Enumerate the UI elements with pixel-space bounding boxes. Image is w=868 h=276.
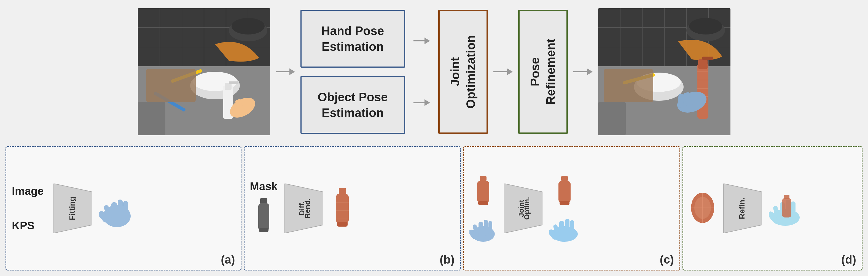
svg-rect-61	[259, 228, 269, 232]
arrows-to-joint	[408, 37, 435, 106]
panel-a-items: Image KPS Fitting	[12, 184, 235, 233]
image-kps-labels: Image KPS	[12, 185, 44, 232]
svg-text:Refin.: Refin.	[738, 198, 746, 219]
svg-rect-40	[702, 57, 713, 60]
svg-text:Optim.: Optim.	[523, 197, 531, 220]
top-section: Hand Pose Estimation Object Pose Estimat…	[0, 0, 868, 143]
svg-text:Rend.: Rend.	[303, 198, 311, 218]
svg-rect-22	[138, 102, 165, 135]
panel-d-label: (d)	[841, 253, 856, 266]
svg-rect-21	[146, 69, 196, 102]
pose-refinement-box: Pose Refinement	[518, 10, 568, 134]
panel-b-items: Mask Diff. Rend.	[250, 180, 455, 237]
refin-trapezoid: Refin.	[723, 184, 762, 233]
svg-rect-56	[123, 201, 128, 220]
panel-c-outputs	[549, 175, 580, 242]
svg-rect-76	[484, 220, 488, 236]
bottom-section: Image KPS Fitting	[0, 143, 868, 276]
svg-rect-106	[782, 198, 792, 218]
fitting-trapezoid: Fitting	[54, 184, 92, 233]
joint-optimization-box: Joint Optimization	[438, 10, 488, 134]
arrow-1	[270, 68, 301, 75]
panel-d-items: Refin.	[689, 184, 856, 233]
svg-rect-88	[565, 219, 569, 236]
arrow-hand-to-joint	[413, 37, 430, 44]
diff-rend-trapezoid: Diff. Rend.	[284, 184, 323, 233]
hand-pose-label: Hand Pose Estimation	[321, 23, 384, 54]
svg-rect-39	[698, 59, 708, 69]
svg-rect-77	[489, 221, 492, 235]
output-photo-right	[598, 8, 731, 135]
svg-rect-67	[337, 222, 348, 227]
panel-c-items: Joint Optim.	[469, 175, 674, 242]
svg-rect-85	[560, 201, 569, 205]
svg-rect-59	[260, 198, 267, 204]
kps-label: KPS	[12, 219, 44, 232]
joint-opt-label: Joint Optimization	[447, 35, 478, 108]
image-label: Image	[12, 185, 44, 197]
panel-a: Image KPS Fitting	[5, 146, 242, 271]
panel-c-inputs	[469, 175, 497, 242]
object-pose-box: Object Pose Estimation	[301, 76, 405, 134]
object-pose-label: Object Pose Estimation	[317, 89, 388, 120]
panel-c-label: (c)	[660, 253, 674, 266]
svg-point-20	[231, 18, 265, 34]
arrow-to-output	[568, 68, 598, 75]
mask-group: Mask	[250, 180, 278, 237]
svg-rect-60	[258, 203, 269, 231]
svg-rect-102	[791, 201, 796, 219]
mask-label: Mask	[250, 180, 278, 193]
svg-rect-50	[598, 102, 626, 135]
svg-rect-65	[339, 188, 346, 194]
panel-c: Joint Optim.	[463, 146, 680, 271]
bottle-top-d	[689, 191, 716, 225]
main-container: Hand Pose Estimation Object Pose Estimat…	[0, 0, 868, 276]
panel-b-label: (b)	[440, 253, 455, 266]
svg-rect-75	[478, 222, 483, 237]
hand-result-d	[769, 187, 802, 230]
bottle-result-b	[330, 186, 355, 231]
svg-rect-66	[336, 193, 349, 224]
input-photo-left	[138, 8, 270, 135]
arrow-joint-to-refine	[488, 68, 518, 75]
estimation-boxes: Hand Pose Estimation Object Pose Estimat…	[301, 10, 405, 134]
svg-rect-87	[559, 221, 564, 237]
svg-rect-54	[111, 202, 117, 222]
svg-rect-83	[561, 176, 568, 181]
hand-pose-box: Hand Pose Estimation	[301, 10, 405, 67]
svg-rect-89	[570, 220, 574, 236]
svg-rect-71	[480, 176, 487, 181]
arrow-obj-to-joint	[413, 99, 430, 106]
panel-d: Refin.	[682, 146, 863, 271]
joint-optim-trapezoid: Joint Optim.	[504, 184, 542, 233]
svg-rect-49	[604, 69, 653, 102]
svg-text:Fitting: Fitting	[68, 196, 76, 220]
svg-rect-16	[229, 81, 239, 84]
svg-rect-55	[118, 199, 123, 220]
svg-rect-84	[558, 181, 570, 203]
panel-b: Mask Diff. Rend.	[244, 146, 461, 271]
panel-a-label: (a)	[221, 253, 235, 266]
svg-point-37	[689, 18, 722, 34]
hand-3d-icon-a	[99, 186, 135, 231]
svg-rect-73	[478, 201, 488, 205]
pose-refine-label: Pose Refinement	[527, 39, 558, 105]
svg-rect-72	[477, 181, 489, 203]
